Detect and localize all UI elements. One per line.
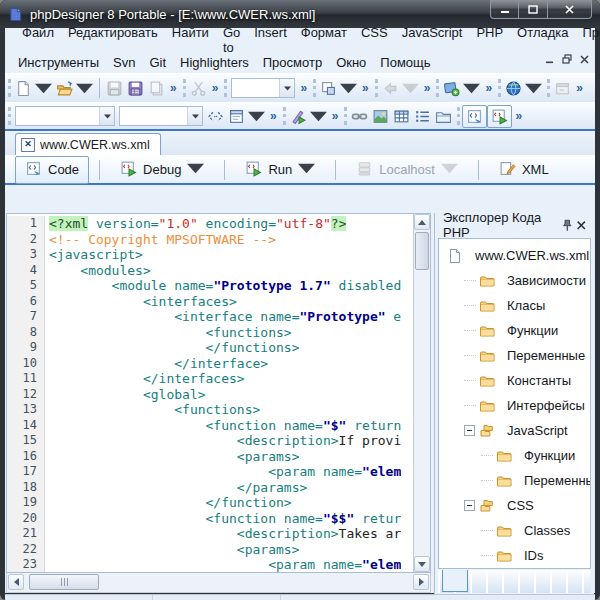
code-line[interactable]: 20 <function name="$$" retur bbox=[7, 511, 413, 527]
toolbar-overflow-chevron[interactable]: » bbox=[421, 81, 434, 95]
scroll-right-icon[interactable] bbox=[413, 574, 429, 590]
maximize-button[interactable] bbox=[519, 0, 547, 19]
tree-item[interactable]: Константы bbox=[439, 368, 590, 393]
expander-minus-icon[interactable] bbox=[464, 500, 475, 511]
toolbar-overflow-chevron[interactable]: » bbox=[209, 81, 222, 95]
code-line[interactable]: 1<?xml version="1.0" encoding="utf-8"?> bbox=[7, 216, 413, 232]
mdi-restore-icon[interactable] bbox=[562, 54, 572, 64]
scissors-button[interactable] bbox=[188, 78, 209, 99]
pin-icon[interactable] bbox=[560, 217, 575, 233]
globe-button[interactable] bbox=[503, 78, 544, 99]
chevron-down-icon[interactable] bbox=[187, 160, 204, 180]
wand-run-button[interactable] bbox=[288, 106, 329, 127]
tree-item[interactable]: Переменные bbox=[439, 468, 590, 493]
tree-item[interactable]: JavaScript bbox=[439, 418, 590, 443]
chevron-down-icon[interactable] bbox=[76, 80, 93, 97]
code-line[interactable]: 5 <module name="Prototype 1.7" disabled bbox=[7, 278, 413, 294]
scroll-up-icon[interactable] bbox=[414, 214, 430, 230]
code-line[interactable]: 21 <description>Takes ar bbox=[7, 526, 413, 542]
arrow-left-button[interactable] bbox=[380, 78, 421, 99]
code-line[interactable]: 10 </interface> bbox=[7, 356, 413, 372]
tree-item[interactable]: Функции bbox=[439, 443, 590, 468]
chevron-down-icon[interactable] bbox=[187, 107, 202, 125]
editor-horizontal-scrollbar[interactable] bbox=[6, 573, 431, 593]
chevron-down-icon[interactable] bbox=[441, 160, 458, 180]
code-line[interactable]: 11 </interfaces> bbox=[7, 371, 413, 387]
code-lines[interactable]: 1<?xml version="1.0" encoding="utf-8"?>2… bbox=[7, 214, 413, 572]
folder-plain-button[interactable] bbox=[433, 106, 454, 127]
menu-item[interactable]: Git bbox=[142, 53, 173, 72]
code-line[interactable]: 2<!-- Copyright MPSOFTWARE --> bbox=[7, 232, 413, 248]
tree-item[interactable]: Класы bbox=[439, 293, 590, 318]
tree-item[interactable]: IDs bbox=[439, 543, 590, 568]
code-line[interactable]: 14 <function name="$" return bbox=[7, 418, 413, 434]
toolbar-overflow-chevron[interactable]: » bbox=[512, 109, 525, 123]
code-line[interactable]: 18 </params> bbox=[7, 480, 413, 496]
chevron-down-icon[interactable] bbox=[35, 80, 52, 97]
xml-button[interactable]: XML bbox=[489, 156, 559, 184]
panel-close-icon[interactable] bbox=[574, 217, 589, 233]
form-panel-button[interactable] bbox=[226, 106, 267, 127]
code-line[interactable]: 22 <params> bbox=[7, 542, 413, 558]
tab-close-icon[interactable]: ✕ bbox=[21, 138, 35, 152]
folder-open-button[interactable] bbox=[54, 78, 95, 99]
expander-minus-icon[interactable] bbox=[464, 425, 475, 436]
chevron-down-icon[interactable] bbox=[402, 80, 419, 97]
toolbar-overflow-chevron[interactable]: » bbox=[267, 109, 280, 123]
chevron-down-icon[interactable] bbox=[248, 108, 265, 125]
code-line[interactable]: 3<javascript> bbox=[7, 247, 413, 263]
menu-item[interactable]: Highlighters bbox=[173, 53, 256, 72]
script-run-button[interactable] bbox=[487, 105, 512, 128]
book-add-button[interactable] bbox=[441, 78, 482, 99]
menu-item[interactable]: Инструменты bbox=[11, 53, 106, 72]
vscroll-thumb[interactable] bbox=[415, 232, 429, 270]
toolbar-overflow-chevron[interactable]: » bbox=[167, 81, 180, 95]
toolbar-overflow-chevron[interactable]: » bbox=[329, 109, 342, 123]
image-pic-button[interactable] bbox=[370, 106, 391, 127]
toolbar-overflow-chevron[interactable]: » bbox=[573, 81, 586, 95]
document-tab[interactable]: ✕ www.CWER.ws.xml bbox=[15, 133, 161, 155]
tree-item[interactable]: www.CWER.ws.xml bbox=[439, 243, 590, 268]
code-line[interactable]: 6 <interfaces> bbox=[7, 294, 413, 310]
code-button[interactable]: Code bbox=[15, 156, 89, 184]
toolbar-combobox[interactable] bbox=[15, 106, 115, 126]
tree-item[interactable]: Функции bbox=[439, 318, 590, 343]
table-grid-button[interactable] bbox=[391, 106, 412, 127]
mdi-minimize-icon[interactable] bbox=[545, 55, 554, 64]
filter-button[interactable] bbox=[318, 78, 359, 99]
scroll-left-icon[interactable] bbox=[8, 574, 24, 590]
code-line[interactable]: 4 <modules> bbox=[7, 263, 413, 279]
list-bullets-button[interactable] bbox=[412, 106, 433, 127]
chevron-down-icon[interactable] bbox=[340, 80, 357, 97]
scroll-down-icon[interactable] bbox=[414, 556, 430, 572]
toolbar-overflow-chevron[interactable]: » bbox=[297, 81, 310, 95]
copy-pages-button[interactable] bbox=[146, 78, 167, 99]
toolbar-combobox[interactable] bbox=[119, 106, 203, 126]
save-disk-button[interactable] bbox=[104, 78, 125, 99]
code-line[interactable]: 23 <param name="elem bbox=[7, 557, 413, 572]
page-new-button[interactable] bbox=[13, 78, 54, 99]
code-line[interactable]: 12 <global> bbox=[7, 387, 413, 403]
chevron-down-icon[interactable] bbox=[463, 80, 480, 97]
tree-item[interactable]: Переменные bbox=[439, 343, 590, 368]
menu-item[interactable]: Окно bbox=[329, 53, 373, 72]
menu-item[interactable]: Svn bbox=[106, 53, 142, 72]
menu-item[interactable]: Помощь bbox=[373, 53, 437, 72]
menu-item[interactable]: Просмотр bbox=[256, 53, 329, 72]
toolbar-overflow-chevron[interactable]: » bbox=[359, 81, 372, 95]
run-button[interactable]: Run bbox=[235, 156, 325, 184]
close-button[interactable] bbox=[547, 0, 592, 19]
tree-item[interactable]: Интерфейсы bbox=[439, 393, 590, 418]
code-line[interactable]: 8 <functions> bbox=[7, 325, 413, 341]
code-line[interactable]: 9 </functions> bbox=[7, 340, 413, 356]
debug-button[interactable]: Debug bbox=[110, 156, 214, 184]
code-line[interactable]: 19 </function> bbox=[7, 495, 413, 511]
chevron-down-icon[interactable] bbox=[310, 108, 327, 125]
code-line[interactable]: 13 <functions> bbox=[7, 402, 413, 418]
localhost-button[interactable]: Localhost bbox=[346, 156, 468, 184]
hscroll-thumb[interactable] bbox=[29, 574, 99, 590]
panel-bottom-tab[interactable] bbox=[442, 570, 468, 592]
code-line[interactable]: 15 <description>If provi bbox=[7, 433, 413, 449]
window-gray-button[interactable] bbox=[552, 78, 573, 99]
chevron-down-icon[interactable] bbox=[279, 79, 294, 97]
